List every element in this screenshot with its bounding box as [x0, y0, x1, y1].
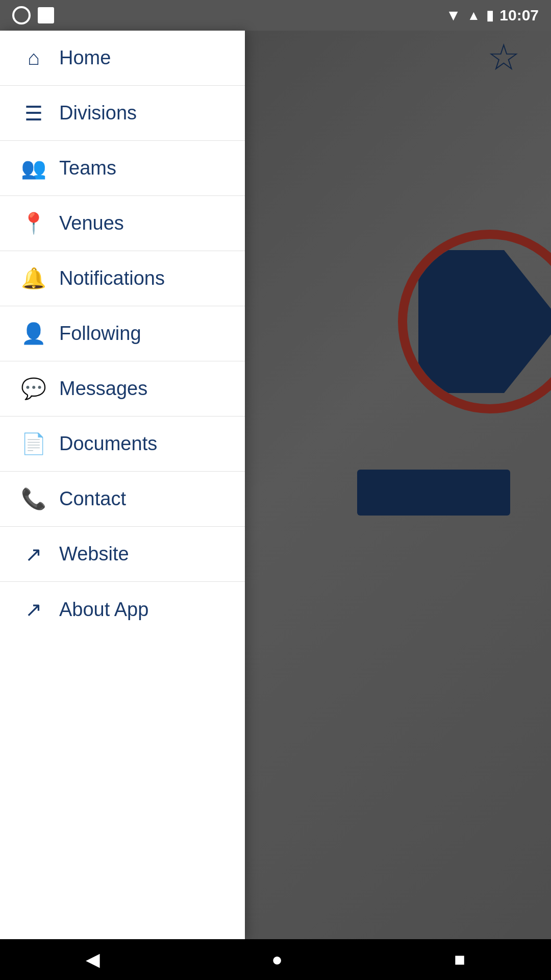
status-bar: ▼ ▲ ▮ 10:07 — [0, 0, 551, 31]
square-icon — [38, 7, 54, 23]
drawer-item-documents[interactable]: 📄Documents — [0, 416, 245, 472]
drawer-overlay[interactable] — [245, 31, 551, 939]
drawer-label-website: Website — [59, 543, 129, 565]
notifications-icon: 🔔 — [20, 266, 47, 290]
drawer-label-venues: Venues — [59, 212, 124, 234]
navigation-bar: ◀ ● ■ — [0, 939, 551, 980]
status-bar-left — [12, 6, 54, 24]
teams-icon: 👥 — [20, 156, 47, 180]
drawer-item-teams[interactable]: 👥Teams — [0, 141, 245, 196]
drawer-label-following: Following — [59, 323, 141, 345]
drawer-item-contact[interactable]: 📞Contact — [0, 472, 245, 527]
navigation-drawer: ⌂Home☰Divisions👥Teams📍Venues🔔Notificatio… — [0, 31, 245, 939]
drawer-item-messages[interactable]: 💬Messages — [0, 361, 245, 416]
drawer-item-website[interactable]: ↗Website — [0, 527, 245, 582]
divisions-icon: ☰ — [20, 102, 47, 125]
drawer-label-contact: Contact — [59, 488, 126, 510]
drawer-label-notifications: Notifications — [59, 267, 165, 289]
status-bar-right: ▼ ▲ ▮ 10:07 — [446, 7, 539, 24]
drawer-item-venues[interactable]: 📍Venues — [0, 196, 245, 251]
drawer-label-messages: Messages — [59, 378, 147, 400]
drawer-item-divisions[interactable]: ☰Divisions — [0, 86, 245, 141]
documents-icon: 📄 — [20, 432, 47, 456]
drawer-label-teams: Teams — [59, 157, 116, 179]
drawer-label-documents: Documents — [59, 433, 157, 455]
recents-button[interactable]: ■ — [434, 944, 486, 975]
signal-icon: ▲ — [467, 8, 481, 23]
website-icon: ↗ — [20, 543, 47, 566]
wifi-icon: ▼ — [446, 7, 461, 24]
circle-icon — [12, 6, 31, 24]
time-display: 10:07 — [499, 7, 539, 24]
drawer-item-home[interactable]: ⌂Home — [0, 31, 245, 86]
venues-icon: 📍 — [20, 211, 47, 235]
home-icon: ⌂ — [20, 46, 47, 69]
home-button[interactable]: ● — [251, 944, 303, 975]
drawer-label-divisions: Divisions — [59, 102, 137, 124]
contact-icon: 📞 — [20, 487, 47, 511]
about-icon: ↗ — [20, 598, 47, 621]
battery-icon: ▮ — [486, 8, 493, 23]
drawer-item-following[interactable]: 👤Following — [0, 306, 245, 361]
drawer-label-about: About App — [59, 599, 148, 621]
back-button[interactable]: ◀ — [65, 944, 120, 975]
drawer-label-home: Home — [59, 47, 111, 69]
following-icon: 👤 — [20, 322, 47, 346]
drawer-item-about[interactable]: ↗About App — [0, 582, 245, 637]
messages-icon: 💬 — [20, 377, 47, 401]
drawer-item-notifications[interactable]: 🔔Notifications — [0, 251, 245, 306]
